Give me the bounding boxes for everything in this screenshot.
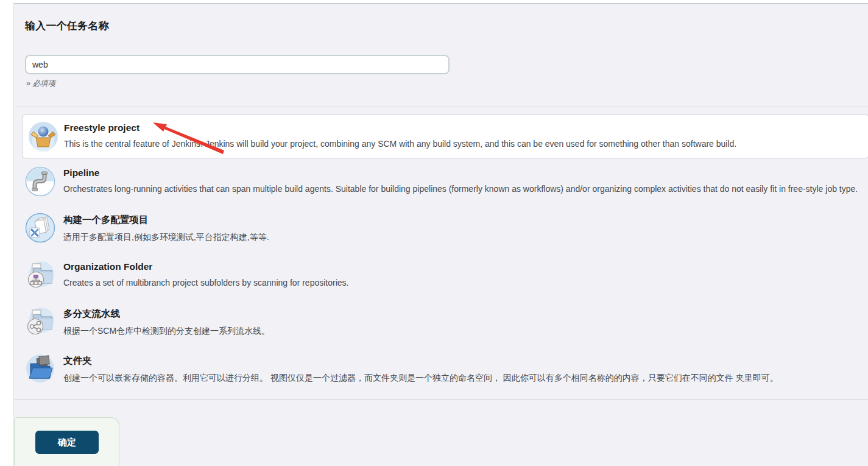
page-title: 输入一个任务名称	[25, 19, 868, 33]
item-type-organization-folder[interactable]: Organization Folder Creates a set of mul…	[22, 252, 868, 298]
item-title: Freestyle project	[64, 122, 863, 133]
pipeline-icon	[25, 166, 55, 197]
item-description: Creates a set of multibranch project sub…	[63, 277, 862, 290]
multi-configuration-project-icon	[25, 213, 55, 243]
required-field-hint: » 必填项	[26, 79, 868, 89]
item-title: 文件夹	[63, 355, 862, 367]
footer-area: 确定	[14, 417, 868, 466]
multibranch-pipeline-icon	[25, 306, 55, 337]
folder-icon	[25, 353, 55, 384]
item-title: 构建一个多配置项目	[63, 214, 862, 227]
item-type-freestyle-project[interactable]: Freestyle project This is the central fe…	[22, 115, 868, 158]
item-description: 适用于多配置项目,例如多环境测试,平台指定构建,等等.	[63, 231, 862, 244]
item-type-folder[interactable]: 文件夹 创建一个可以嵌套存储的容器。利用它可以进行分组。 视图仅仅是一个过滤器，…	[22, 345, 868, 393]
item-title: Organization Folder	[63, 261, 862, 272]
item-description: 根据一个SCM仓库中检测到的分支创建一系列流水线。	[63, 325, 862, 338]
item-type-multi-configuration-project[interactable]: 构建一个多配置项目 适用于多配置项目,例如多环境测试,平台指定构建,等等.	[22, 205, 868, 252]
item-name-input[interactable]	[25, 55, 450, 74]
item-description: 创建一个可以嵌套存储的容器。利用它可以进行分组。 视图仅仅是一个过滤器，而文件夹…	[63, 372, 862, 385]
item-type-pipeline[interactable]: Pipeline Orchestrates long-running activ…	[22, 158, 868, 205]
item-description: This is the central feature of Jenkins. …	[64, 138, 863, 151]
ok-button[interactable]: 确定	[35, 431, 99, 454]
item-title: Pipeline	[63, 168, 862, 178]
item-type-list: Freestyle project This is the central fe…	[14, 107, 868, 400]
new-item-panel: 输入一个任务名称 » 必填项	[13, 3, 868, 466]
item-type-multibranch-pipeline[interactable]: 多分支流水线 根据一个SCM仓库中检测到的分支创建一系列流水线。	[22, 298, 868, 346]
item-description: Orchestrates long-running activities tha…	[63, 183, 862, 196]
freestyle-project-icon	[28, 121, 58, 152]
footer-panel: 确定	[14, 417, 119, 465]
item-title: 多分支流水线	[63, 308, 862, 320]
organization-folder-icon	[25, 260, 55, 291]
